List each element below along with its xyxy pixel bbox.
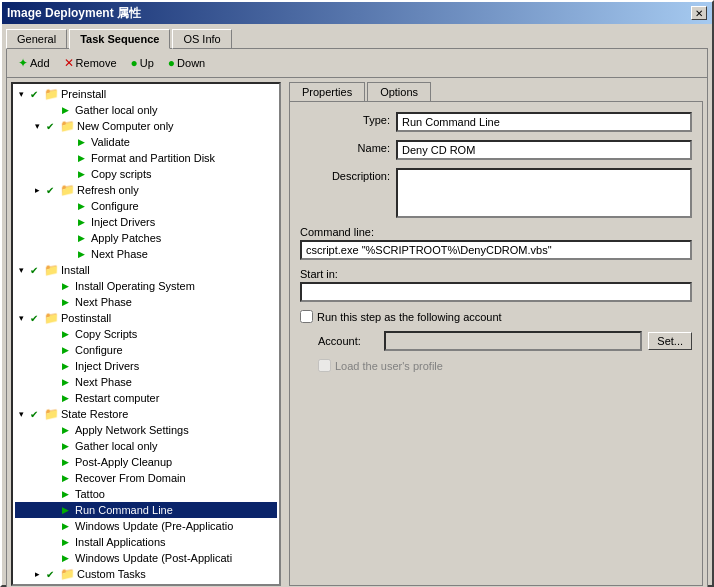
tree-item-label: Gather local only	[75, 440, 158, 452]
tree-item[interactable]: ▶Windows Update (Pre-Applicatio	[15, 518, 277, 534]
play-icon: ▶	[57, 423, 73, 437]
tree-item[interactable]: ▶Tattoo	[15, 486, 277, 502]
tree-item[interactable]: ▶Install Applications	[15, 534, 277, 550]
right-content: Type: Name: Description:	[289, 101, 703, 586]
add-button[interactable]: ✦ Add	[13, 53, 55, 73]
folder-icon: 📁	[43, 311, 59, 325]
tab-general[interactable]: General	[6, 29, 67, 49]
type-input[interactable]	[396, 112, 692, 132]
tree-item[interactable]: ▸✔📁Refresh only	[15, 182, 277, 198]
tree-item-label: Configure	[75, 344, 123, 356]
up-label: Up	[140, 57, 154, 69]
command-line-label: Command line:	[300, 226, 692, 238]
tree-expand-icon[interactable]: ▾	[31, 121, 43, 131]
play-icon: ▶	[57, 295, 73, 309]
tree-item[interactable]: ▶Run Command Line	[15, 502, 277, 518]
add-icon: ✦	[18, 56, 28, 70]
account-label: Account:	[318, 335, 378, 347]
play-icon: ▶	[57, 455, 73, 469]
tree-item-label: Format and Partition Disk	[91, 152, 215, 164]
tree-expand-icon[interactable]: ▾	[15, 409, 27, 419]
command-line-input[interactable]	[300, 240, 692, 260]
tree-item[interactable]: ▸✔📁Custom Tasks	[15, 566, 277, 582]
start-in-input[interactable]	[300, 282, 692, 302]
tree-item-label: Postinstall	[61, 312, 111, 324]
play-icon: ▶	[57, 471, 73, 485]
tree-item[interactable]: ▶Install Operating System	[15, 278, 277, 294]
name-row: Name:	[300, 140, 692, 160]
window-title: Image Deployment 属性	[7, 5, 141, 22]
tree-item[interactable]: ▾✔📁Preinstall	[15, 86, 277, 102]
up-button[interactable]: ● Up	[126, 53, 159, 73]
tree-item[interactable]: ▶Gather local only	[15, 102, 277, 118]
down-button[interactable]: ● Down	[163, 53, 210, 73]
play-icon: ▶	[57, 519, 73, 533]
tree-item[interactable]: ▶Format and Partition Disk	[15, 150, 277, 166]
tab-task-sequence[interactable]: Task Sequence	[69, 29, 170, 49]
tree-item[interactable]: ▶Inject Drivers	[15, 214, 277, 230]
tree-expand-icon[interactable]: ▸	[31, 185, 43, 195]
tree-item-label: Windows Update (Post-Applicati	[75, 552, 232, 564]
description-input[interactable]	[396, 168, 692, 218]
tab-properties[interactable]: Properties	[289, 82, 365, 102]
tree-checkbox-icon: ✔	[27, 311, 41, 325]
tree-item[interactable]: ▾✔📁Install	[15, 262, 277, 278]
tree-checkbox-icon: ✔	[43, 119, 57, 133]
tree-item[interactable]: ▶Next Phase	[15, 294, 277, 310]
tree-item[interactable]: ▶Configure	[15, 342, 277, 358]
name-label: Name:	[300, 140, 390, 154]
tree-item[interactable]: ▶Next Phase	[15, 374, 277, 390]
account-input[interactable]	[384, 331, 642, 351]
tree-item-label: Install Operating System	[75, 280, 195, 292]
tree-item-label: Gather local only	[75, 104, 158, 116]
name-input[interactable]	[396, 140, 692, 160]
tree-item[interactable]: ▶Configure	[15, 198, 277, 214]
up-icon: ●	[131, 56, 138, 70]
tree-item[interactable]: ▶Copy scripts	[15, 166, 277, 182]
set-button[interactable]: Set...	[648, 332, 692, 350]
folder-icon: 📁	[59, 119, 75, 133]
tree-area[interactable]: ▾✔📁Preinstall▶Gather local only▾✔📁New Co…	[13, 84, 279, 584]
tab-os-info[interactable]: OS Info	[172, 29, 231, 49]
type-label: Type:	[300, 112, 390, 126]
tab-options[interactable]: Options	[367, 82, 431, 102]
tree-expand-icon[interactable]: ▾	[15, 313, 27, 323]
tree-item[interactable]: ▶Validate	[15, 134, 277, 150]
tree-expand-icon[interactable]: ▾	[15, 89, 27, 99]
content-area: ✦ Add ✕ Remove ● Up ● Down ▾✔📁Prein	[6, 48, 708, 587]
load-profile-label: Load the user's profile	[335, 360, 443, 372]
tree-item-label: Post-Apply Cleanup	[75, 456, 172, 468]
tree-item[interactable]: ▶Gather local only	[15, 438, 277, 454]
tree-item-label: Configure	[91, 200, 139, 212]
tree-item-label: Custom Tasks	[77, 568, 146, 580]
play-icon: ▶	[73, 167, 89, 181]
tree-item[interactable]: ▶Apply Patches	[15, 230, 277, 246]
tree-item-label: New Computer only	[77, 120, 174, 132]
tree-item[interactable]: ▾✔📁State Restore	[15, 406, 277, 422]
tree-item[interactable]: ▾✔📁New Computer only	[15, 118, 277, 134]
tree-item[interactable]: ▶Windows Update (Post-Applicati	[15, 550, 277, 566]
play-icon: ▶	[73, 135, 89, 149]
tree-item[interactable]: ▶Copy Scripts	[15, 326, 277, 342]
tree-expand-icon[interactable]: ▾	[15, 265, 27, 275]
tree-item[interactable]: ▶Inject Drivers	[15, 358, 277, 374]
run-as-checkbox[interactable]	[300, 310, 313, 323]
tree-item[interactable]: ▶Next Phase	[15, 246, 277, 262]
tree-item[interactable]: ▶Recover From Domain	[15, 470, 277, 486]
tree-item[interactable]: ▶Restart computer	[15, 390, 277, 406]
start-in-section: Start in:	[300, 268, 692, 302]
tree-checkbox-icon: ✔	[27, 263, 41, 277]
tree-item[interactable]: ▶Apply Network Settings	[15, 422, 277, 438]
title-bar: Image Deployment 属性 ✕	[2, 2, 712, 24]
run-as-row: Run this step as the following account	[300, 310, 692, 323]
tree-item[interactable]: ▶Post-Apply Cleanup	[15, 454, 277, 470]
tree-item[interactable]: ▾✔📁Postinstall	[15, 310, 277, 326]
remove-button[interactable]: ✕ Remove	[59, 53, 122, 73]
close-button[interactable]: ✕	[691, 6, 707, 20]
play-icon: ▶	[57, 391, 73, 405]
tree-expand-icon[interactable]: ▸	[31, 569, 43, 579]
load-profile-checkbox[interactable]	[318, 359, 331, 372]
main-tabs: General Task Sequence OS Info	[2, 24, 712, 48]
play-icon: ▶	[57, 535, 73, 549]
folder-icon: 📁	[59, 567, 75, 581]
